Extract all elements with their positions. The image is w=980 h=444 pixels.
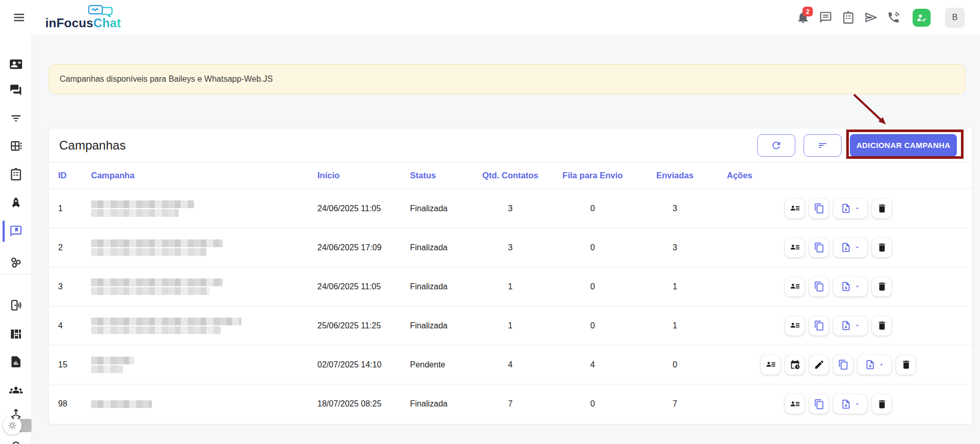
download-button[interactable] [833, 199, 867, 218]
reports-icon [9, 355, 23, 368]
cell-inicio: 24/06/2025 11:05 [317, 204, 410, 213]
copy-button[interactable] [809, 238, 829, 257]
sidebar [0, 35, 32, 444]
schedule-button[interactable] [785, 355, 805, 375]
column-header[interactable]: Qtd. Contatos [472, 171, 549, 180]
copy-button[interactable] [809, 277, 829, 297]
caret-down-icon [854, 205, 861, 212]
cell-fila-envio: 0 [549, 243, 636, 252]
info-banner-text: Campanhas disponíveis para Baileys e Wha… [60, 75, 273, 84]
contacts-list-icon [790, 281, 800, 292]
redacted-campaign-name [91, 239, 223, 247]
sidebar-item-kanban[interactable] [6, 136, 26, 156]
add-campaign-button[interactable]: ADICIONAR CAMPANHA [850, 134, 957, 157]
contacts-list-button[interactable] [785, 238, 805, 257]
contacts-list-button[interactable] [785, 277, 805, 297]
sidebar-item-api[interactable] [6, 403, 26, 424]
sidebar-item-campaigns[interactable] [6, 193, 26, 213]
cell-fila-envio: 0 [549, 204, 636, 213]
download-button[interactable] [833, 316, 867, 336]
cell-id: 98 [58, 399, 91, 409]
table-row: 1 24/06/2025 11:05 Finalizada 3 0 3 [49, 189, 972, 228]
cell-status: Finalizada [410, 243, 472, 252]
cell-qtd-contatos: 3 [472, 204, 549, 213]
page-title: Campanhas [59, 138, 749, 153]
user-avatar[interactable]: B [945, 8, 965, 28]
copy-icon [814, 203, 825, 214]
notifications-icon[interactable]: 2 [796, 11, 810, 24]
refresh-button[interactable] [757, 134, 795, 157]
contacts-list-icon [765, 359, 776, 370]
download-button[interactable] [833, 277, 867, 297]
menu-icon[interactable] [11, 11, 27, 24]
internal-chat-icon[interactable] [819, 11, 832, 24]
calls-icon[interactable] [887, 11, 900, 24]
download-icon [841, 203, 851, 214]
copy-button[interactable] [809, 394, 829, 414]
delete-button[interactable] [872, 277, 892, 297]
column-header[interactable]: Ações [714, 171, 963, 180]
contacts-list-button[interactable] [785, 394, 805, 414]
sidebar-item-integrations[interactable] [6, 253, 26, 273]
quick-send-icon[interactable] [864, 11, 878, 24]
topbar-icons: 2B [796, 0, 965, 35]
contacts-list-button[interactable] [785, 316, 805, 336]
profile-icon [9, 440, 23, 444]
contacts-list-button[interactable] [761, 355, 780, 375]
column-header[interactable]: Campanha [91, 171, 317, 180]
connections-icon [9, 299, 23, 312]
sidebar-item-chats[interactable] [6, 80, 26, 100]
sidebar-divider [0, 274, 31, 274]
download-button[interactable] [858, 355, 892, 375]
delete-button[interactable] [872, 199, 892, 218]
api-icon [9, 407, 23, 420]
sidebar-item-tasks[interactable] [6, 164, 26, 184]
cell-id: 15 [58, 360, 91, 369]
column-header[interactable]: Fila para Envio [549, 171, 636, 180]
sidebar-item-reports[interactable] [6, 351, 26, 372]
column-header[interactable]: Enviadas [636, 171, 714, 180]
topbar: inFocusChat 2B [0, 0, 980, 35]
sidebar-item-campaign-lists[interactable] [6, 221, 26, 242]
logo-text-2: Chat [93, 16, 121, 30]
sidebar-item-users[interactable] [6, 380, 26, 400]
table-row: 2 24/06/2025 17:09 Finalizada 3 0 3 [49, 228, 972, 267]
delete-icon [877, 242, 887, 253]
contacts-list-icon [790, 203, 800, 214]
delete-button[interactable] [872, 394, 892, 414]
copy-button[interactable] [833, 355, 853, 375]
sort-button[interactable] [804, 134, 842, 157]
redacted-campaign-name [91, 279, 223, 286]
cell-enviadas: 7 [636, 399, 714, 409]
delete-button[interactable] [872, 238, 892, 257]
cell-actions [714, 394, 963, 414]
copy-button[interactable] [809, 316, 829, 336]
sidebar-item-contacts[interactable] [6, 54, 26, 75]
download-button[interactable] [833, 238, 867, 257]
cell-fila-envio: 0 [549, 399, 636, 409]
users-icon [9, 383, 23, 397]
copy-button[interactable] [809, 199, 829, 218]
sidebar-item-dashboard[interactable] [6, 324, 26, 344]
delete-button[interactable] [896, 355, 916, 375]
caret-down-icon [854, 283, 861, 290]
delete-button[interactable] [872, 316, 892, 336]
column-header[interactable]: ID [58, 171, 91, 180]
edit-button[interactable] [809, 355, 829, 375]
cell-id: 2 [58, 243, 91, 252]
table-body: 1 24/06/2025 11:05 Finalizada 3 0 3 2 24… [49, 189, 972, 423]
agent-status-button[interactable] [913, 9, 931, 27]
delete-icon [877, 203, 887, 214]
sidebar-item-connections[interactable] [6, 295, 26, 316]
download-button[interactable] [833, 394, 867, 414]
column-header[interactable]: Início [317, 171, 410, 180]
schedule-icon [790, 359, 800, 370]
contacts-list-button[interactable] [785, 199, 805, 218]
notification-badge: 2 [803, 7, 813, 16]
column-header[interactable]: Status [410, 171, 472, 180]
copy-icon [838, 359, 849, 370]
sidebar-item-filters[interactable] [6, 108, 26, 128]
sidebar-item-profile-partial[interactable] [6, 437, 26, 444]
delete-icon [901, 359, 912, 370]
tasks-icon[interactable] [842, 11, 855, 24]
